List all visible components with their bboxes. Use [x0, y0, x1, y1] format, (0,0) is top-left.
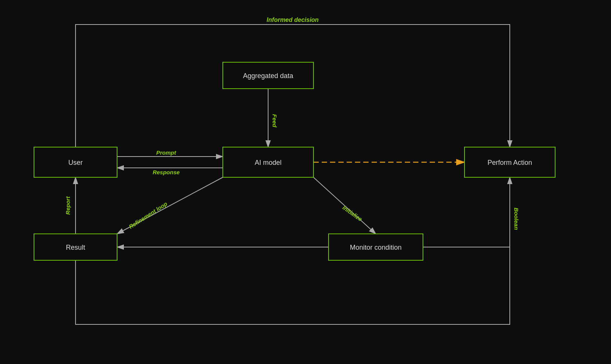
bottom-loop-line [76, 177, 510, 324]
user-label: User [68, 159, 83, 166]
report-label: Report [65, 196, 71, 215]
monitor-condition-label: Monitor condition [350, 244, 401, 251]
refinement-loop-label: Refinement loop [128, 200, 168, 230]
boolean-label: Boolean [513, 207, 520, 230]
result-label: Result [66, 244, 85, 251]
perform-action-label: Perform Action [488, 159, 532, 166]
aggregated-data-label: Aggregated data [243, 72, 293, 80]
ai-model-label: AI model [255, 159, 281, 166]
feed-label: Feed [272, 114, 278, 127]
initialize-label: Initialize [341, 204, 363, 223]
prompt-label: Prompt [156, 149, 177, 156]
diagram-container: Informed decision Feed Prompt Response R… [0, 0, 611, 364]
diagram-svg: Informed decision Feed Prompt Response R… [0, 0, 611, 364]
response-label: Response [153, 169, 180, 175]
informed-decision-label: Informed decision [267, 17, 319, 23]
boolean-line [423, 177, 510, 247]
